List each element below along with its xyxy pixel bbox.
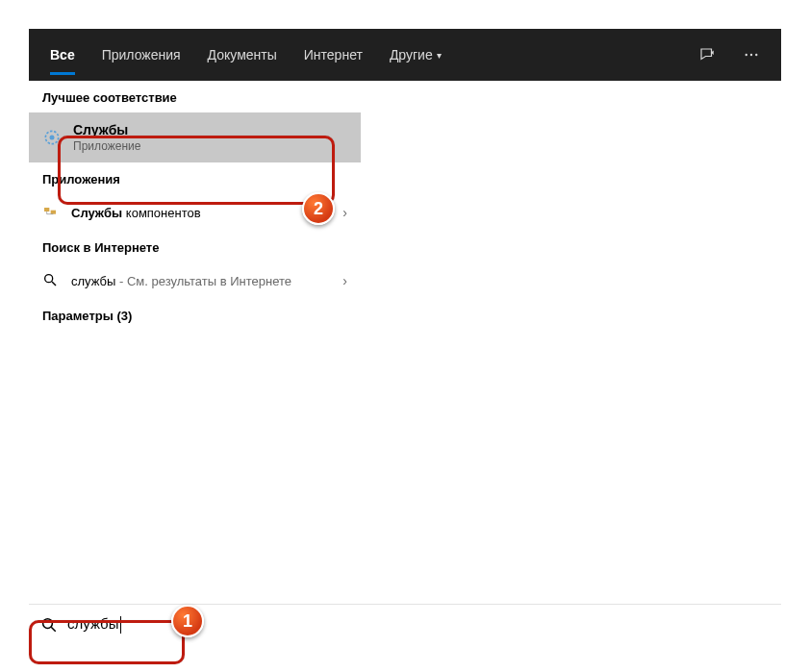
svg-point-4: [50, 136, 55, 140]
result-web-search[interactable]: службы - См. результаты в Интернете ›: [29, 262, 361, 299]
preview-pane: [361, 81, 781, 604]
tab-apps[interactable]: Приложения: [89, 29, 194, 81]
search-icon: [40, 616, 58, 634]
svg-point-0: [746, 54, 747, 56]
text-cursor: [120, 616, 121, 634]
chevron-right-icon: ›: [342, 273, 347, 288]
section-params[interactable]: Параметры (3): [29, 299, 361, 331]
tab-more[interactable]: Другие ▾: [376, 29, 455, 81]
more-options-icon[interactable]: [729, 46, 773, 63]
svg-point-7: [45, 275, 53, 283]
best-match-texts: Службы Приложение: [73, 122, 140, 153]
best-match-title: Службы: [73, 122, 140, 137]
search-bar: службы: [29, 604, 781, 644]
search-input-display[interactable]: службы: [67, 615, 121, 634]
result-app-component-services[interactable]: Службы компонентов ›: [29, 194, 361, 231]
svg-point-9: [43, 618, 53, 628]
result-app-label: Службы компонентов: [71, 206, 331, 220]
section-web: Поиск в Интернете: [29, 231, 361, 262]
svg-rect-6: [51, 211, 56, 214]
services-app-icon: [42, 128, 62, 147]
search-window: Все Приложения Документы Интернет Другие…: [29, 29, 781, 644]
tab-internet[interactable]: Интернет: [291, 29, 376, 81]
feedback-icon[interactable]: [685, 46, 729, 63]
results-column: Лучшее соответствие Службы Приложение Пр…: [29, 81, 361, 604]
result-web-label: службы - См. результаты в Интернете: [71, 274, 331, 288]
svg-point-2: [755, 54, 757, 56]
result-web-rest: - См. результаты в Интернете: [115, 274, 291, 288]
best-match-subtitle: Приложение: [73, 139, 140, 153]
section-apps: Приложения: [29, 162, 361, 194]
result-web-bold: службы: [71, 274, 115, 288]
svg-rect-5: [44, 208, 49, 212]
chevron-down-icon: ▾: [437, 50, 442, 61]
svg-line-8: [52, 282, 56, 286]
search-input-text: службы: [67, 615, 119, 632]
tab-more-label: Другие: [390, 47, 433, 62]
result-app-bold: Службы: [71, 206, 122, 220]
search-body: Лучшее соответствие Службы Приложение Пр…: [29, 81, 781, 604]
svg-line-10: [51, 627, 56, 632]
component-services-icon: [42, 204, 60, 221]
chevron-right-icon: ›: [342, 205, 347, 220]
search-icon: [42, 272, 60, 289]
tab-all[interactable]: Все: [37, 29, 89, 81]
search-tabs-bar: Все Приложения Документы Интернет Другие…: [29, 29, 781, 81]
tab-documents[interactable]: Документы: [194, 29, 291, 81]
section-best-match: Лучшее соответствие: [29, 81, 361, 112]
result-app-rest: компонентов: [122, 206, 200, 220]
best-match-result[interactable]: Службы Приложение: [29, 112, 361, 162]
svg-point-1: [750, 54, 752, 56]
